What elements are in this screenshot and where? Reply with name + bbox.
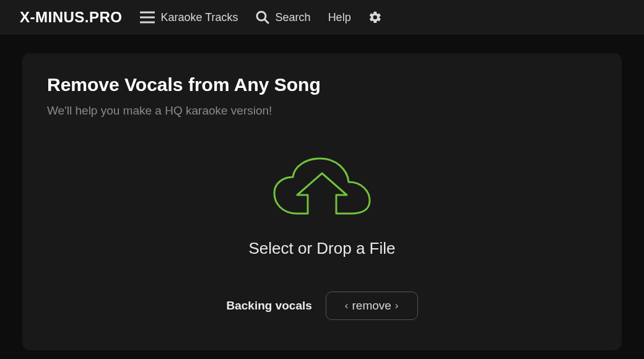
page-title: Remove Vocals from Any Song	[47, 74, 597, 95]
page-subtitle: We'll help you make a HQ karaoke version…	[47, 104, 597, 118]
nav-help[interactable]: Help	[328, 11, 351, 24]
menu-icon	[140, 11, 155, 24]
nav-karaoke-tracks[interactable]: Karaoke Tracks	[140, 11, 238, 24]
option-value: remove	[352, 299, 391, 313]
svg-point-3	[257, 12, 266, 20]
nav-label: Karaoke Tracks	[161, 11, 238, 24]
backing-vocals-option: Backing vocals ‹ remove ›	[47, 292, 597, 320]
svg-line-4	[265, 20, 268, 23]
chevron-right-icon: ›	[395, 300, 399, 312]
drop-text: Select or Drop a File	[249, 239, 396, 258]
nav-search[interactable]: Search	[256, 11, 311, 24]
nav-label: Help	[328, 11, 351, 24]
main-card: Remove Vocals from Any Song We'll help y…	[22, 53, 622, 350]
nav-settings[interactable]	[368, 11, 382, 24]
gear-icon	[368, 11, 382, 24]
chevron-left-icon: ‹	[345, 300, 349, 312]
file-drop-area[interactable]: Select or Drop a File	[47, 155, 597, 258]
cloud-upload-icon	[269, 155, 375, 225]
option-label: Backing vocals	[226, 299, 311, 313]
site-header: X-MINUS.PRO Karaoke Tracks Search Help	[0, 0, 644, 35]
site-logo[interactable]: X-MINUS.PRO	[20, 9, 123, 26]
nav-label: Search	[276, 11, 311, 24]
search-icon	[256, 11, 269, 24]
backing-vocals-select[interactable]: ‹ remove ›	[326, 292, 418, 320]
